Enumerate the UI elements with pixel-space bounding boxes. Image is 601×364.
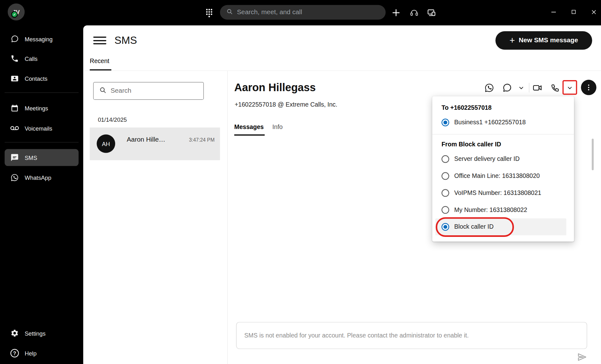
from-option-office-main-line[interactable]: Office Main Line: 16313808020: [432, 167, 574, 185]
maximize-button[interactable]: [565, 3, 582, 21]
contact-avatar: AH: [97, 134, 115, 153]
headset-icon[interactable]: [408, 0, 420, 26]
new-sms-message-label: New SMS message: [519, 37, 578, 44]
presence-available-icon: ✓: [11, 11, 18, 18]
sidebar-item-label: Meetings: [25, 105, 48, 112]
from-option-my-number[interactable]: My Number: 16313808022: [432, 202, 574, 219]
from-option-label: VoIPMS Number: 16313808021: [454, 190, 541, 197]
help-icon: ?: [10, 349, 19, 358]
sidebar-item-voicemails[interactable]: Voicemails: [5, 120, 79, 137]
from-option-server-delivery[interactable]: Server delivery caller ID: [432, 150, 574, 167]
radio-icon: [441, 119, 449, 126]
topbar: JV ✓: [0, 0, 601, 26]
hamburger-menu-icon[interactable]: [93, 36, 107, 45]
contacts-icon: [10, 74, 19, 83]
sidebar-item-meetings[interactable]: Meetings: [5, 100, 79, 117]
tab-info[interactable]: Info: [272, 124, 283, 131]
global-search[interactable]: [220, 5, 386, 20]
sidebar-item-calls[interactable]: Calls: [5, 50, 79, 67]
from-option-label: Block caller ID: [454, 223, 494, 230]
screen-share-icon[interactable]: [425, 0, 438, 26]
message-input[interactable]: [237, 322, 587, 349]
search-icon: [99, 86, 107, 96]
radio-icon: [441, 172, 449, 180]
close-button[interactable]: [585, 3, 601, 21]
to-heading: To +16022557018: [432, 102, 574, 114]
tabs-divider: [83, 70, 601, 71]
whatsapp-chat-icon[interactable]: [484, 82, 495, 94]
search-icon: [226, 8, 233, 17]
sidebar-item-sms[interactable]: SMS: [5, 149, 79, 166]
calendar-icon: [10, 103, 19, 113]
send-icon[interactable]: [576, 351, 588, 363]
sidebar-item-settings[interactable]: Settings: [5, 325, 79, 342]
phone-call-icon[interactable]: [549, 82, 561, 94]
menu-divider: [432, 134, 574, 134]
sidebar-item-messaging[interactable]: Messaging: [5, 30, 79, 47]
app-screen: JV ✓: [0, 0, 601, 364]
text-chat-icon[interactable]: [501, 82, 513, 94]
toolbar-divider: [529, 83, 529, 93]
radio-icon: [441, 189, 449, 197]
plus-icon: +: [510, 36, 515, 45]
message-composer[interactable]: [236, 322, 587, 349]
sidebar-item-help[interactable]: ? Help: [5, 345, 79, 362]
sidebar-item-label: SMS: [25, 154, 37, 161]
minimize-button[interactable]: [545, 3, 563, 21]
conversation-search-input[interactable]: [110, 87, 198, 95]
chat-options-chevron-icon[interactable]: [516, 82, 526, 94]
global-search-input[interactable]: [237, 9, 380, 16]
sidebar-item-label: Contacts: [25, 75, 47, 82]
contact-name: Aaron Hille…: [127, 136, 165, 144]
message-time: 3:47:24 PM: [189, 137, 215, 143]
conversation-search[interactable]: [93, 82, 204, 100]
from-option-block-caller-id[interactable]: Block caller ID: [435, 218, 566, 235]
tab-messages[interactable]: Messages: [234, 124, 263, 131]
gear-icon: [10, 329, 19, 338]
conversation-list-item[interactable]: AH Aaron Hille… 3:47:24 PM: [90, 127, 220, 160]
conversation-title: Aaron Hillegass: [234, 82, 315, 94]
sidebar-item-label: Settings: [25, 330, 45, 337]
to-option-business1[interactable]: Business1 +16022557018: [432, 114, 574, 131]
messaging-icon: [10, 34, 19, 44]
sidebar-item-whatsapp[interactable]: WhatsApp: [5, 169, 79, 186]
new-sms-message-button[interactable]: + New SMS message: [495, 31, 592, 50]
phone-icon: [10, 54, 19, 63]
from-heading: From Block caller ID: [432, 138, 574, 150]
new-actions-button[interactable]: [390, 0, 402, 26]
from-option-label: My Number: 16313808022: [454, 207, 527, 214]
sidebar-item-label: Calls: [25, 55, 38, 62]
from-option-voipms-number[interactable]: VoIPMS Number: 16313808021: [432, 185, 574, 202]
conversation-detail: +16022557018 @ Extreme Calls, Inc.: [235, 101, 338, 108]
apps-grid-icon[interactable]: [204, 0, 215, 26]
sidebar-item-contacts[interactable]: Contacts: [5, 70, 79, 87]
sidebar-divider: [5, 142, 79, 143]
scrollbar-thumb[interactable]: [592, 139, 594, 170]
main-content: SMS + New SMS message Recent 01/14/2025 …: [83, 26, 601, 364]
app-window: JV ✓: [0, 0, 601, 364]
whatsapp-icon: [10, 173, 19, 182]
sms-icon: [10, 153, 19, 162]
voicemail-icon: [10, 124, 19, 133]
caller-id-chevron-icon[interactable]: [565, 82, 575, 94]
sidebar-divider: [5, 92, 79, 93]
sidebar-item-label: Help: [25, 350, 37, 356]
sidebar: Messaging Calls Contacts: [0, 26, 83, 364]
sidebar-item-label: Messaging: [25, 36, 53, 42]
radio-icon: [441, 223, 449, 231]
radio-icon: [441, 155, 449, 163]
date-header: 01/14/2025: [98, 116, 127, 123]
to-option-label: Business1 +16022557018: [454, 119, 526, 126]
video-call-icon[interactable]: [532, 82, 543, 94]
from-option-label: Server delivery caller ID: [454, 156, 520, 162]
page-title: SMS: [115, 35, 137, 47]
from-option-label: Office Main Line: 16313808020: [454, 173, 540, 179]
sidebar-item-label: Voicemails: [25, 125, 52, 132]
pane-divider: [227, 71, 227, 364]
tab-recent[interactable]: Recent: [90, 58, 109, 65]
radio-icon: [441, 206, 449, 214]
tab-messages-underline: [234, 134, 264, 136]
more-options-button[interactable]: [581, 80, 596, 95]
sidebar-item-label: WhatsApp: [25, 174, 51, 181]
caller-id-dropdown: To +16022557018 Business1 +16022557018 F…: [432, 96, 574, 241]
